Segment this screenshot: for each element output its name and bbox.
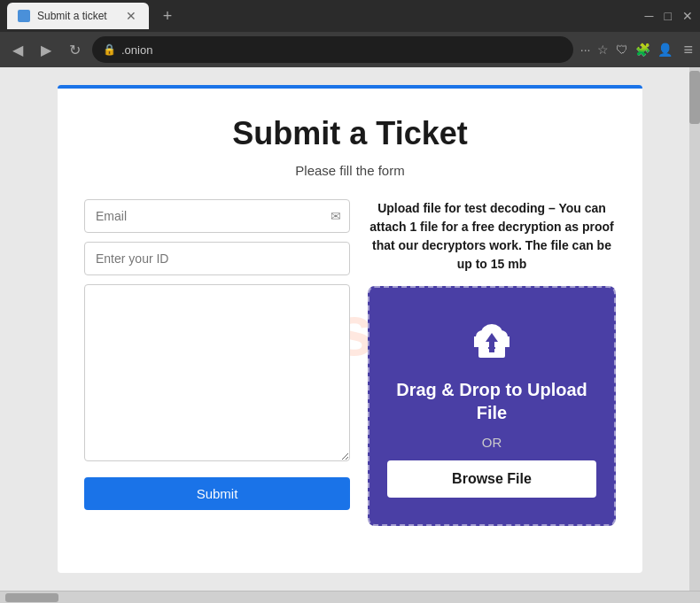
message-textarea-wrapper [84,284,350,461]
form-section: ✉ Submit [84,199,350,510]
page-content: risk Submit a Ticket Please fill the for… [0,67,700,591]
drop-zone[interactable]: Drag & Drop to Upload File OR Browse Fil… [368,286,616,526]
address-text: .onion [121,43,563,57]
page-title: Submit a Ticket [84,115,616,152]
upload-cloud-icon [465,314,518,367]
shield-icon[interactable]: 🛡 [616,43,628,57]
id-input-wrapper [84,242,350,275]
maximize-button[interactable]: □ [665,9,672,23]
browse-file-button[interactable]: Browse File [387,460,596,498]
drag-drop-text: Drag & Drop to Upload File [387,378,596,424]
page-subtitle: Please fill the form [84,163,616,178]
browser-tab[interactable]: Submit a ticket ✕ [7,3,149,29]
address-icons: ··· ☆ 🛡 🧩 👤 [580,43,673,57]
new-tab-button[interactable]: + [156,4,179,27]
email-input-wrapper: ✉ [84,199,350,233]
form-upload-row: ✉ Submit Upload file for test decoding –… [84,199,616,526]
title-bar: Submit a ticket ✕ + ─ □ ✕ [0,0,700,32]
h-scroll-thumb [5,593,58,602]
submit-button[interactable]: Submit [84,477,350,510]
minimize-button[interactable]: ─ [645,9,654,23]
email-input[interactable] [84,199,350,233]
address-bar-row: ◀ ▶ ↻ 🔒 .onion ··· ☆ 🛡 🧩 👤 ≡ [0,32,700,67]
tab-title: Submit a ticket [37,10,107,22]
close-button[interactable]: ✕ [682,9,693,23]
extension-icon[interactable]: 🧩 [635,43,650,57]
tab-favicon [18,10,30,22]
address-bar[interactable]: 🔒 .onion [92,36,573,63]
upload-section: Upload file for test decoding – You can … [368,199,616,526]
vertical-scrollbar[interactable] [689,67,700,591]
forward-button[interactable]: ▶ [35,39,57,60]
bookmark-icon[interactable]: ☆ [597,43,609,57]
refresh-button[interactable]: ↻ [64,39,85,60]
browser-chrome: Submit a ticket ✕ + ─ □ ✕ ◀ ▶ ↻ 🔒 .onion… [0,0,700,67]
browser-menu-button[interactable]: ≡ [683,41,693,59]
email-icon: ✉ [331,209,341,223]
account-icon[interactable]: 👤 [657,43,673,57]
card-content: Submit a Ticket Please fill the form ✉ S… [84,115,616,526]
id-input[interactable] [84,242,350,275]
upload-description: Upload file for test decoding – You can … [368,199,616,274]
more-options-icon[interactable]: ··· [580,43,591,57]
main-card: risk Submit a Ticket Please fill the for… [58,85,642,573]
horizontal-scrollbar[interactable] [0,591,700,603]
svg-rect-8 [489,342,494,352]
lock-icon: 🔒 [103,43,116,56]
message-textarea[interactable] [84,284,350,461]
or-text: OR [482,435,502,450]
tab-close-button[interactable]: ✕ [124,9,138,23]
back-button[interactable]: ◀ [7,39,28,60]
window-controls: ─ □ ✕ [645,9,693,23]
scrollbar-thumb [689,71,700,124]
